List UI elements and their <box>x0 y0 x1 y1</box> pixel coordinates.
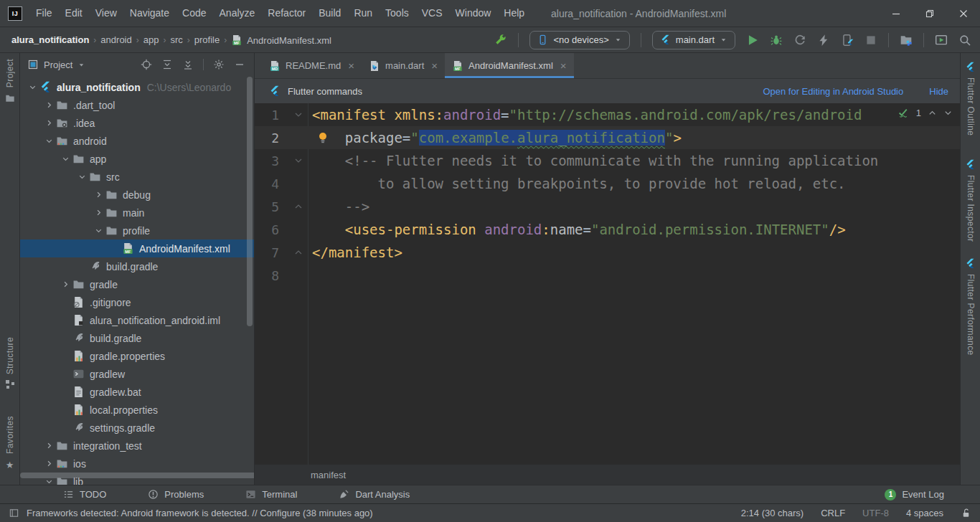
indent-setting[interactable]: 4 spaces <box>906 508 943 518</box>
menu-vcs[interactable]: VCS <box>415 0 449 27</box>
locate-icon[interactable] <box>141 59 152 70</box>
device-selector[interactable]: <no devices> <box>529 31 629 49</box>
tree-row-build-gradle[interactable]: build.gradle <box>20 329 254 347</box>
profile-icon[interactable] <box>793 34 806 47</box>
tree-row-gradle[interactable]: gradle <box>20 275 254 293</box>
tool-button-structure[interactable]: Structure <box>0 337 19 389</box>
tree-row-gradlew[interactable]: gradlew <box>20 365 254 383</box>
hide-banner-link[interactable]: Hide <box>929 86 948 97</box>
collapse-all-icon[interactable] <box>182 59 194 70</box>
tree-indent <box>59 297 72 308</box>
tree-row-androidmanifest-xml[interactable]: MFAndroidManifest.xml <box>20 239 254 257</box>
tree-row-local-properties[interactable]: local.properties <box>20 401 254 419</box>
tool-windows-icon[interactable] <box>9 508 19 518</box>
menu-edit[interactable]: Edit <box>59 0 89 27</box>
flutter-wrench-icon[interactable] <box>494 34 507 47</box>
device-file-explorer-icon[interactable] <box>900 34 913 47</box>
minimize-button[interactable] <box>879 0 913 27</box>
search-icon[interactable] <box>958 34 971 47</box>
menu-view[interactable]: View <box>89 0 123 27</box>
fold-close-icon[interactable] <box>279 248 308 257</box>
tree-row-build-gradle[interactable]: build.gradle <box>20 257 254 275</box>
menu-navigate[interactable]: Navigate <box>123 0 176 27</box>
close-button[interactable] <box>946 0 980 27</box>
run-icon[interactable] <box>746 34 759 47</box>
tree-row-ios[interactable]: ios <box>20 455 254 473</box>
editor-breadcrumb-tag[interactable]: manifest <box>311 470 346 480</box>
tree-row-profile[interactable]: profile <box>20 222 254 239</box>
menu-code[interactable]: Code <box>176 0 212 27</box>
menu-build[interactable]: Build <box>312 0 347 27</box>
menu-file[interactable]: File <box>29 0 59 27</box>
expand-all-icon[interactable] <box>161 59 173 70</box>
tree-row--gitignore[interactable]: .gitignore <box>20 293 254 311</box>
code-editor[interactable]: 1 1<manifest xmlns:android="http://schem… <box>255 103 960 465</box>
tool-button-terminal[interactable]: Terminal <box>245 489 297 500</box>
tree-row-integration-test[interactable]: integration_test <box>20 437 254 455</box>
tool-button-flutter-outline[interactable]: Flutter Outline <box>961 62 980 136</box>
tab-readme-md[interactable]: MDREADME.md× <box>262 53 362 78</box>
intention-bulb-icon[interactable] <box>318 132 328 144</box>
tool-button-label: Problems <box>164 489 204 500</box>
menu-tools[interactable]: Tools <box>379 0 415 27</box>
tool-button-problems[interactable]: Problems <box>148 489 204 500</box>
menu-window[interactable]: Window <box>449 0 498 27</box>
flutter-attach-icon[interactable] <box>841 34 854 47</box>
stop-icon[interactable] <box>864 34 877 47</box>
tool-button-todo[interactable]: TODO <box>63 489 106 500</box>
breadcrumb-item-profile[interactable]: profile <box>194 34 220 45</box>
breadcrumb-item-androidmanifest.xml[interactable]: MFAndroidManifest.xml <box>231 34 331 46</box>
tree-row-gradlew-bat[interactable]: gradlew.bat <box>20 383 254 401</box>
status-message[interactable]: Frameworks detected: Android framework i… <box>27 508 373 518</box>
tree-row-android[interactable]: android <box>20 132 254 150</box>
tab-main-dart[interactable]: main.dart× <box>362 53 445 78</box>
tab-close-icon[interactable]: × <box>560 60 567 71</box>
tool-button-favorites[interactable]: Favorites ★ <box>0 416 19 470</box>
file-encoding[interactable]: UTF-8 <box>862 508 889 518</box>
menu-run[interactable]: Run <box>347 0 379 27</box>
debug-icon[interactable] <box>770 34 783 47</box>
breadcrumb-item-alura_notification[interactable]: alura_notification <box>11 34 89 45</box>
tool-button-flutter-inspector[interactable]: Flutter Inspector <box>961 159 980 242</box>
hot-reload-icon[interactable] <box>817 34 830 47</box>
tree-row-src[interactable]: src <box>20 168 254 186</box>
tree-row-alura-notification[interactable]: alura_notificationC:\Users\Leonardo <box>20 78 254 96</box>
tree-item-label: settings.gradle <box>90 422 155 434</box>
line-separator[interactable]: CRLF <box>821 508 845 518</box>
hide-panel-icon[interactable] <box>234 59 245 70</box>
horizontal-scrollbar[interactable] <box>20 473 255 478</box>
fold-open-icon[interactable] <box>279 110 308 119</box>
tool-button-dart-analysis[interactable]: Dart Analysis <box>339 489 410 500</box>
tree-row-alura-notification-android-iml[interactable]: alura_notification_android.iml <box>20 311 254 329</box>
tree-row--idea[interactable]: .idea <box>20 114 254 132</box>
menu-analyze[interactable]: Analyze <box>213 0 262 27</box>
tab-androidmanifest-xml[interactable]: MFAndroidManifest.xml× <box>445 53 574 78</box>
menu-help[interactable]: Help <box>497 0 531 27</box>
running-devices-icon[interactable] <box>935 34 948 47</box>
run-config-selector[interactable]: main.dart <box>652 31 735 49</box>
breadcrumb-item-android[interactable]: android <box>100 34 131 45</box>
tree-row--dart-tool[interactable]: .dart_tool <box>20 96 254 114</box>
tree-row-gradle-properties[interactable]: gradle.properties <box>20 347 254 365</box>
tool-button-project[interactable]: Project <box>0 59 19 103</box>
restore-button[interactable] <box>913 0 946 27</box>
project-panel-title[interactable]: Project <box>44 60 72 70</box>
event-log-button[interactable]: 1 Event Log <box>885 489 944 500</box>
tab-close-icon[interactable]: × <box>431 60 438 71</box>
vertical-scrollbar[interactable] <box>247 77 253 326</box>
fold-open-icon[interactable] <box>279 156 308 165</box>
settings-gear-icon[interactable] <box>213 59 225 70</box>
tree-row-app[interactable]: app <box>20 150 254 168</box>
unlock-icon[interactable] <box>961 508 971 518</box>
open-in-android-studio-link[interactable]: Open for Editing in Android Studio <box>763 86 903 97</box>
tree-row-debug[interactable]: debug <box>20 186 254 204</box>
menu-refactor[interactable]: Refactor <box>261 0 312 27</box>
breadcrumb-item-app[interactable]: app <box>143 34 159 45</box>
tab-close-icon[interactable]: × <box>348 60 354 71</box>
tree-row-settings-gradle[interactable]: settings.gradle <box>20 419 254 437</box>
fold-close-icon[interactable] <box>279 202 308 211</box>
tree-row-main[interactable]: main <box>20 204 254 222</box>
breadcrumb-item-src[interactable]: src <box>170 34 182 45</box>
caret-position[interactable]: 2:14 (30 chars) <box>741 508 804 518</box>
tool-button-flutter-performance[interactable]: Flutter Performance <box>961 258 980 356</box>
